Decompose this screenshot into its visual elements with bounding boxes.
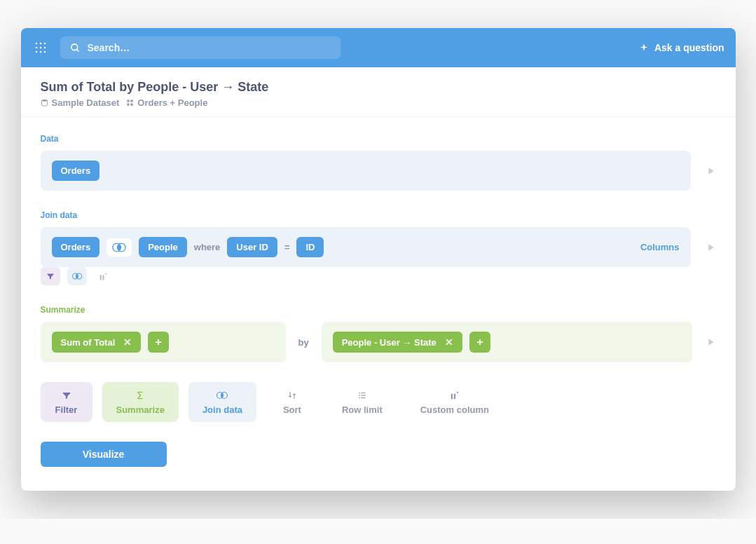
- summarize-dimension-chip[interactable]: People - User → State ✕: [333, 332, 462, 353]
- top-bar: Ask a question: [21, 28, 736, 67]
- search-input[interactable]: [88, 42, 219, 53]
- run-query-button[interactable]: [705, 165, 716, 177]
- filter-icon-button[interactable]: [41, 267, 60, 285]
- equals-text: =: [284, 242, 290, 252]
- sigma-icon: [135, 390, 145, 400]
- page-title: Sum of Total by People - User → State: [41, 80, 716, 95]
- remove-metric-icon[interactable]: ✕: [123, 336, 132, 348]
- join-panel: Orders People where User ID = ID Columns: [41, 227, 691, 267]
- svg-rect-20: [100, 275, 102, 280]
- svg-point-2: [43, 43, 46, 45]
- columns-link[interactable]: Columns: [640, 242, 680, 252]
- svg-rect-30: [451, 394, 453, 400]
- svg-point-24: [359, 393, 360, 394]
- filter-icon: [46, 272, 55, 280]
- add-dimension-button[interactable]: [469, 332, 490, 353]
- content: Data Orders Join data Orders People wher…: [21, 117, 736, 491]
- data-section-label: Data: [41, 134, 716, 144]
- plus-icon: [153, 337, 163, 347]
- join-tool-row: [41, 267, 716, 285]
- list-icon: [357, 390, 367, 400]
- run-query-button[interactable]: [705, 336, 716, 348]
- svg-rect-29: [361, 397, 365, 398]
- svg-rect-14: [128, 103, 130, 105]
- search-box[interactable]: [60, 36, 341, 59]
- svg-point-9: [71, 43, 77, 50]
- svg-point-4: [39, 47, 41, 49]
- sort-icon: [287, 390, 297, 400]
- ask-question-label: Ask a question: [654, 42, 724, 53]
- svg-rect-13: [131, 100, 133, 102]
- join-left-column-chip[interactable]: User ID: [227, 237, 277, 257]
- svg-rect-12: [128, 100, 130, 102]
- join-left-table-chip[interactable]: Orders: [52, 237, 100, 257]
- data-row: Orders: [41, 151, 716, 191]
- custom-column-action[interactable]: Custom column: [406, 382, 503, 422]
- database-icon: [41, 99, 48, 107]
- join-row: Orders People where User ID = ID Columns: [41, 227, 716, 267]
- add-column-icon-button[interactable]: [94, 267, 114, 285]
- join-section-label: Join data: [41, 210, 716, 220]
- summarize-row: Sum of Total ✕ by People - User → State …: [41, 322, 716, 362]
- svg-point-7: [39, 51, 41, 53]
- ask-question-button[interactable]: Ask a question: [639, 42, 724, 53]
- join-right-table-chip[interactable]: People: [139, 237, 187, 257]
- grid-icon: [126, 99, 134, 107]
- summarize-metric-panel: Sum of Total ✕: [41, 322, 286, 362]
- action-row: Filter Summarize Join data Sort Row limi…: [41, 382, 716, 422]
- summarize-action[interactable]: Summarize: [102, 382, 179, 422]
- filter-icon: [62, 390, 71, 400]
- data-panel[interactable]: Orders: [41, 151, 691, 191]
- page-header: Sum of Total by People - User → State Sa…: [21, 67, 736, 117]
- logo-icon[interactable]: [32, 39, 49, 56]
- breadcrumb-dataset[interactable]: Sample Dataset: [41, 97, 120, 108]
- plus-icon: [639, 43, 649, 53]
- svg-point-26: [359, 395, 360, 396]
- svg-rect-31: [454, 394, 455, 400]
- plus-icon: [475, 337, 485, 347]
- svg-rect-21: [102, 275, 104, 280]
- svg-rect-25: [361, 393, 365, 393]
- search-icon: [70, 43, 81, 53]
- where-text: where: [194, 242, 221, 252]
- visualize-button[interactable]: Visualize: [41, 442, 167, 467]
- summarize-dimension-panel: People - User → State ✕: [322, 322, 692, 362]
- custom-column-icon: [99, 272, 108, 281]
- svg-line-10: [76, 49, 78, 51]
- filter-action[interactable]: Filter: [41, 382, 92, 422]
- svg-rect-15: [131, 103, 133, 105]
- by-text: by: [298, 337, 309, 348]
- remove-dimension-icon[interactable]: ✕: [445, 336, 453, 348]
- summarize-metric-chip[interactable]: Sum of Total ✕: [52, 332, 142, 353]
- app-window: Ask a question Sum of Total by People - …: [21, 28, 736, 491]
- join-icon-button[interactable]: [67, 267, 87, 285]
- svg-point-6: [35, 51, 37, 53]
- svg-rect-27: [361, 395, 365, 395]
- venn-icon: [71, 272, 83, 280]
- svg-point-8: [43, 51, 46, 53]
- svg-point-3: [35, 47, 37, 49]
- breadcrumb-table[interactable]: Orders + People: [126, 97, 207, 108]
- custom-column-icon: [450, 390, 460, 400]
- svg-point-1: [39, 43, 41, 45]
- sort-action[interactable]: Sort: [266, 382, 318, 422]
- venn-icon: [112, 243, 126, 252]
- svg-point-0: [35, 43, 37, 45]
- join-right-column-chip[interactable]: ID: [296, 237, 324, 257]
- join-data-action[interactable]: Join data: [188, 382, 256, 422]
- join-type-button[interactable]: [106, 238, 132, 257]
- run-query-button[interactable]: [705, 242, 716, 253]
- row-limit-action[interactable]: Row limit: [328, 382, 397, 422]
- summarize-section-label: Summarize: [41, 305, 716, 315]
- add-metric-button[interactable]: [148, 332, 169, 353]
- data-source-chip[interactable]: Orders: [52, 161, 100, 181]
- breadcrumb: Sample Dataset Orders + People: [41, 97, 716, 108]
- svg-point-11: [41, 100, 47, 102]
- venn-icon: [216, 390, 228, 400]
- svg-point-28: [359, 397, 360, 399]
- svg-point-5: [43, 47, 46, 49]
